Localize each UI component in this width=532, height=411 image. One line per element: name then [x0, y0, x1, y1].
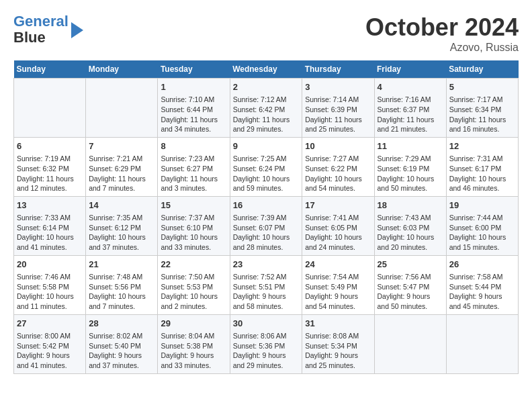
day-info: Sunrise: 7:17 AM — [449, 95, 515, 105]
day-info: Sunrise: 7:44 AM — [449, 213, 515, 223]
calendar-cell: 11Sunrise: 7:29 AMSunset: 6:19 PMDayligh… — [374, 137, 446, 196]
day-info: Sunset: 5:47 PM — [378, 282, 443, 292]
day-info: Daylight: 9 hours and 33 minutes. — [161, 351, 226, 370]
calendar-cell: 1Sunrise: 7:10 AMSunset: 6:44 PMDaylight… — [158, 79, 230, 138]
day-number: 31 — [305, 318, 371, 330]
day-info: Sunrise: 7:56 AM — [378, 272, 443, 282]
day-number: 13 — [17, 199, 83, 212]
day-info: Sunset: 6:42 PM — [233, 105, 300, 115]
calendar-table: SundayMondayTuesdayWednesdayThursdayFrid… — [13, 60, 519, 374]
day-info: Daylight: 11 hours and 12 minutes. — [17, 174, 83, 193]
day-number: 10 — [305, 140, 371, 152]
day-info: Sunset: 6:17 PM — [449, 164, 515, 174]
day-number: 5 — [449, 81, 515, 93]
day-info: Daylight: 10 hours and 50 minutes. — [378, 174, 443, 193]
calendar-cell: 14Sunrise: 7:35 AMSunset: 6:12 PMDayligh… — [86, 196, 158, 255]
calendar-cell: 3Sunrise: 7:14 AMSunset: 6:39 PMDaylight… — [302, 79, 374, 138]
day-number: 15 — [161, 199, 226, 212]
page-title: October 2024 — [365, 13, 519, 42]
calendar-cell: 26Sunrise: 7:58 AMSunset: 5:44 PMDayligh… — [446, 255, 518, 314]
day-info: Sunset: 6:12 PM — [89, 223, 154, 233]
calendar-cell — [86, 79, 158, 138]
day-info: Daylight: 10 hours and 2 minutes. — [161, 291, 226, 311]
calendar-cell: 5Sunrise: 7:17 AMSunset: 6:34 PMDaylight… — [446, 79, 518, 138]
calendar-cell: 13Sunrise: 7:33 AMSunset: 6:14 PMDayligh… — [14, 196, 86, 255]
day-info: Daylight: 11 hours and 34 minutes. — [161, 115, 226, 134]
day-info: Sunrise: 8:06 AM — [233, 331, 300, 341]
day-number: 11 — [378, 140, 443, 152]
day-info: Sunset: 5:34 PM — [305, 341, 371, 351]
day-info: Sunrise: 7:29 AM — [378, 154, 443, 164]
day-info: Sunrise: 7:50 AM — [161, 272, 226, 282]
calendar-cell: 22Sunrise: 7:50 AMSunset: 5:53 PMDayligh… — [158, 255, 230, 314]
day-info: Daylight: 11 hours and 25 minutes. — [305, 115, 371, 134]
day-number: 4 — [378, 81, 443, 93]
day-info: Daylight: 10 hours and 59 minutes. — [233, 174, 300, 193]
logo-text: GeneralBlue — [13, 13, 69, 46]
day-number: 26 — [449, 259, 515, 271]
day-info: Sunrise: 7:46 AM — [17, 272, 83, 282]
day-info: Sunset: 6:00 PM — [449, 223, 515, 233]
day-number: 2 — [233, 81, 300, 93]
day-info: Sunrise: 8:08 AM — [305, 331, 371, 341]
day-info: Daylight: 11 hours and 3 minutes. — [161, 174, 226, 193]
day-info: Sunset: 6:32 PM — [17, 164, 83, 174]
calendar-cell: 25Sunrise: 7:56 AMSunset: 5:47 PMDayligh… — [374, 255, 446, 314]
calendar-cell: 20Sunrise: 7:46 AMSunset: 5:58 PMDayligh… — [14, 255, 86, 314]
day-info: Sunset: 6:27 PM — [161, 164, 226, 174]
calendar-week-row: 13Sunrise: 7:33 AMSunset: 6:14 PMDayligh… — [14, 196, 519, 255]
calendar-cell: 4Sunrise: 7:16 AMSunset: 6:37 PMDaylight… — [374, 79, 446, 138]
day-info: Sunrise: 7:54 AM — [305, 272, 371, 282]
day-info: Sunrise: 7:14 AM — [305, 95, 371, 105]
day-info: Sunset: 6:44 PM — [161, 105, 226, 115]
day-info: Sunset: 6:34 PM — [449, 105, 515, 115]
day-number: 19 — [449, 199, 515, 212]
day-info: Daylight: 10 hours and 15 minutes. — [449, 232, 515, 252]
day-info: Daylight: 9 hours and 58 minutes. — [233, 291, 300, 311]
day-header-wednesday: Wednesday — [230, 60, 302, 79]
calendar-cell — [374, 314, 446, 373]
day-info: Daylight: 10 hours and 20 minutes. — [378, 232, 443, 252]
day-header-monday: Monday — [86, 60, 158, 79]
day-number: 7 — [89, 140, 154, 152]
day-info: Sunrise: 7:21 AM — [89, 154, 154, 164]
day-number: 24 — [305, 259, 371, 271]
day-info: Daylight: 9 hours and 54 minutes. — [305, 291, 371, 311]
day-number: 16 — [233, 199, 300, 212]
day-number: 17 — [305, 199, 371, 212]
day-info: Sunset: 6:07 PM — [233, 223, 300, 233]
day-info: Sunrise: 7:31 AM — [449, 154, 515, 164]
day-info: Daylight: 10 hours and 7 minutes. — [89, 291, 154, 311]
calendar-cell: 7Sunrise: 7:21 AMSunset: 6:29 PMDaylight… — [86, 137, 158, 196]
day-number: 9 — [233, 140, 300, 152]
calendar-cell: 29Sunrise: 8:04 AMSunset: 5:38 PMDayligh… — [158, 314, 230, 373]
day-number: 3 — [305, 81, 371, 93]
calendar-cell: 8Sunrise: 7:23 AMSunset: 6:27 PMDaylight… — [158, 137, 230, 196]
day-info: Sunrise: 7:19 AM — [17, 154, 83, 164]
day-info: Sunset: 5:49 PM — [305, 282, 371, 292]
day-info: Sunrise: 7:52 AM — [233, 272, 300, 282]
day-info: Sunset: 6:05 PM — [305, 223, 371, 233]
day-info: Sunrise: 7:35 AM — [89, 213, 154, 223]
day-number: 30 — [233, 318, 300, 330]
day-info: Sunset: 6:29 PM — [89, 164, 154, 174]
day-info: Daylight: 10 hours and 11 minutes. — [17, 291, 83, 311]
day-number: 25 — [378, 259, 443, 271]
day-info: Sunrise: 8:00 AM — [17, 331, 83, 341]
day-info: Sunrise: 7:37 AM — [161, 213, 226, 223]
day-header-sunday: Sunday — [14, 60, 86, 79]
day-info: Sunrise: 8:02 AM — [89, 331, 154, 341]
calendar-cell: 24Sunrise: 7:54 AMSunset: 5:49 PMDayligh… — [302, 255, 374, 314]
day-info: Daylight: 9 hours and 25 minutes. — [305, 351, 371, 370]
day-info: Sunrise: 8:04 AM — [161, 331, 226, 341]
calendar-header-row: SundayMondayTuesdayWednesdayThursdayFrid… — [14, 60, 519, 79]
day-info: Sunrise: 7:33 AM — [17, 213, 83, 223]
day-info: Daylight: 11 hours and 29 minutes. — [233, 115, 300, 134]
calendar-cell: 31Sunrise: 8:08 AMSunset: 5:34 PMDayligh… — [302, 314, 374, 373]
day-number: 20 — [17, 259, 83, 271]
day-info: Sunrise: 7:10 AM — [161, 95, 226, 105]
day-info: Sunset: 6:37 PM — [378, 105, 443, 115]
calendar-week-row: 6Sunrise: 7:19 AMSunset: 6:32 PMDaylight… — [14, 137, 519, 196]
calendar-cell — [14, 79, 86, 138]
day-info: Daylight: 10 hours and 41 minutes. — [17, 232, 83, 252]
